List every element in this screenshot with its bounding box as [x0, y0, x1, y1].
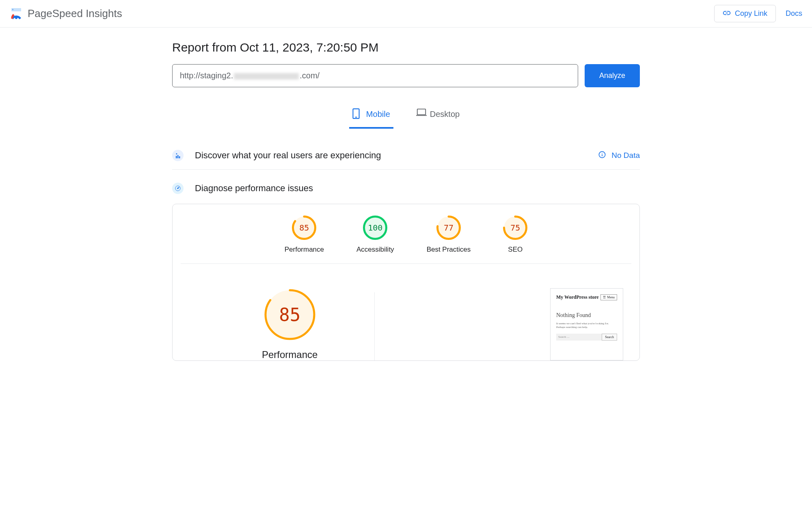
- gauge-circle: 77: [436, 216, 461, 240]
- performance-big-label: Performance: [262, 349, 317, 360]
- header-right: Copy Link Docs: [714, 5, 802, 22]
- report-title: Report from Oct 11, 2023, 7:20:50 PM: [172, 41, 640, 54]
- url-prefix: http://staging2.: [180, 71, 233, 80]
- vertical-divider: [374, 292, 375, 360]
- discover-title: Discover what your real users are experi…: [195, 150, 381, 161]
- info-icon: [598, 151, 606, 160]
- svg-point-2: [15, 17, 17, 19]
- tab-mobile[interactable]: Mobile: [349, 104, 393, 129]
- gauge-label: SEO: [508, 246, 523, 254]
- gauge-best-practices[interactable]: 77Best Practices: [427, 216, 471, 254]
- desktop-icon: [416, 108, 425, 120]
- gauge-circle: 75: [503, 216, 527, 240]
- svg-point-15: [177, 188, 179, 189]
- gauge-accessibility[interactable]: 100Accessibility: [356, 216, 394, 254]
- discover-left: Discover what your real users are experi…: [172, 150, 381, 161]
- app-header: PageSpeed Insights Copy Link Docs: [0, 0, 812, 28]
- main-content: Report from Oct 11, 2023, 7:20:50 PM htt…: [162, 28, 650, 374]
- performance-detail: 85 Performance: [181, 288, 317, 360]
- thumb-search-button: Search: [602, 334, 617, 341]
- detail-row: 85 Performance My WordPress store ☰ Menu…: [181, 264, 631, 360]
- analyze-button[interactable]: Analyze: [585, 64, 640, 87]
- diagnose-section-header: Diagnose performance issues: [172, 183, 640, 194]
- app-title: PageSpeed Insights: [28, 7, 122, 20]
- gauges-row: 85Performance 100Accessibility 77Best Pr…: [181, 216, 631, 264]
- tab-desktop[interactable]: Desktop: [413, 104, 463, 129]
- url-input[interactable]: http://staging2..com/: [172, 64, 578, 87]
- tab-mobile-label: Mobile: [366, 110, 390, 119]
- svg-rect-8: [176, 156, 177, 158]
- thumb-body: It seems we can't find what you're looki…: [556, 322, 617, 330]
- svg-rect-10: [179, 156, 180, 158]
- thumb-heading: Nothing Found: [556, 312, 617, 319]
- device-tabs: Mobile Desktop: [172, 104, 640, 129]
- thumb-site-title: My WordPress store: [556, 294, 599, 301]
- diagnose-icon: [172, 183, 184, 194]
- copy-link-button[interactable]: Copy Link: [714, 5, 776, 22]
- report-card: 85Performance 100Accessibility 77Best Pr…: [172, 204, 640, 361]
- gauge-performance[interactable]: 85Performance: [285, 216, 324, 254]
- discover-section: Discover what your real users are experi…: [172, 145, 640, 170]
- page-thumbnail: My WordPress store ☰ Menu Nothing Found …: [550, 288, 623, 360]
- url-redacted: [234, 73, 299, 80]
- docs-link[interactable]: Docs: [786, 9, 802, 18]
- thumb-menu-button: ☰ Menu: [600, 294, 617, 300]
- svg-point-7: [176, 153, 177, 155]
- url-suffix: .com/: [300, 71, 320, 80]
- no-data-label: No Data: [611, 151, 640, 160]
- svg-rect-5: [417, 109, 425, 115]
- svg-rect-9: [177, 155, 179, 158]
- gauge-seo[interactable]: 75SEO: [503, 216, 527, 254]
- pagespeed-logo-icon: [10, 7, 23, 20]
- discover-icon: [172, 150, 184, 161]
- svg-rect-1: [12, 9, 13, 10]
- gauge-label: Best Practices: [427, 246, 471, 254]
- gauge-circle: 85: [292, 216, 316, 240]
- gauge-label: Performance: [285, 246, 324, 254]
- tab-desktop-label: Desktop: [430, 110, 460, 119]
- diagnose-title: Diagnose performance issues: [195, 183, 313, 194]
- thumb-search-input: Search …: [556, 334, 602, 341]
- gauge-circle: 100: [363, 216, 387, 240]
- no-data-badge[interactable]: No Data: [598, 151, 640, 160]
- gauge-label: Accessibility: [356, 246, 394, 254]
- link-icon: [723, 9, 731, 18]
- performance-big-gauge: 85: [263, 288, 316, 341]
- url-row: http://staging2..com/ Analyze: [172, 64, 640, 87]
- header-left: PageSpeed Insights: [10, 7, 122, 20]
- copy-link-label: Copy Link: [735, 9, 767, 18]
- hamburger-icon: ☰: [603, 295, 606, 299]
- thumb-search-row: Search … Search: [556, 334, 617, 341]
- thumb-menu-label: Menu: [607, 295, 615, 299]
- mobile-icon: [352, 108, 361, 120]
